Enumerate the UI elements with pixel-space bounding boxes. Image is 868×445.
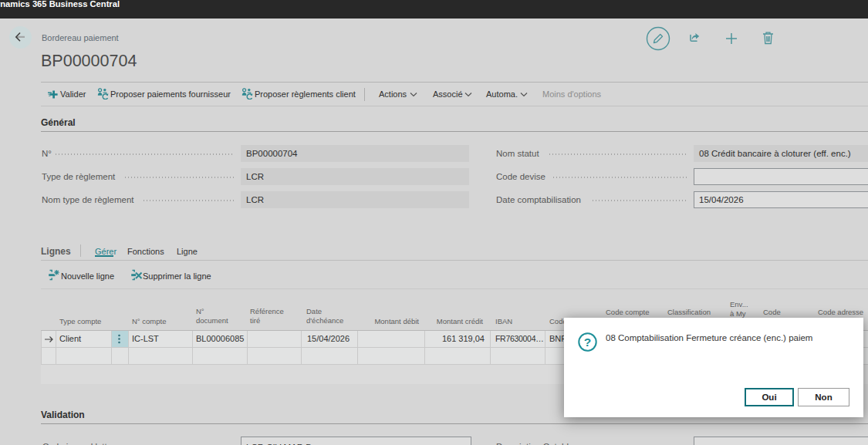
svg-text:?: ? <box>584 335 591 349</box>
